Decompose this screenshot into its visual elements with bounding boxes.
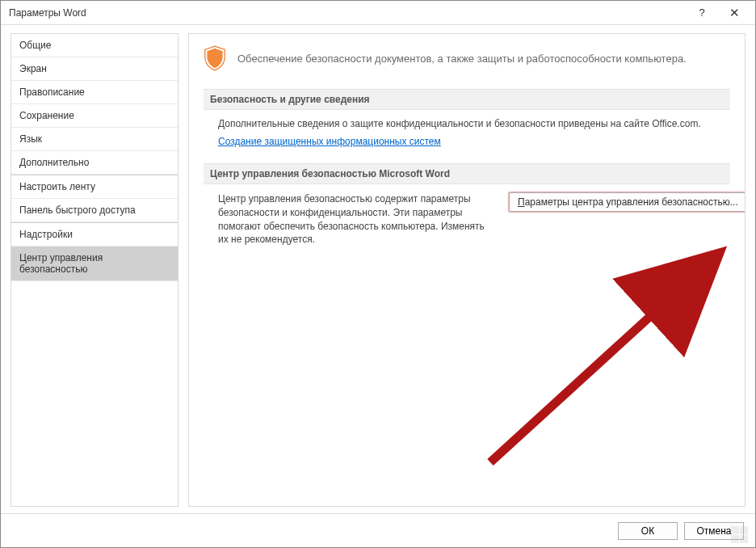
trust-button-accel: П: [518, 196, 525, 208]
cancel-button[interactable]: Отмена: [684, 522, 744, 540]
sidebar-item-proofing[interactable]: Правописание: [11, 81, 178, 104]
word-options-dialog: Параметры Word ? ✕ Общие Экран Правописа…: [0, 0, 756, 548]
trust-center-settings-button[interactable]: Параметры центра управления безопасность…: [509, 192, 746, 212]
dialog-body: Общие Экран Правописание Сохранение Язык…: [1, 25, 755, 513]
ok-button[interactable]: ОК: [618, 522, 678, 540]
section-security-header: Безопасность и другие сведения: [204, 89, 730, 110]
shield-icon: [204, 45, 226, 71]
sidebar-item-display[interactable]: Экран: [11, 57, 178, 81]
security-link[interactable]: Создание защищенных информационных систе…: [218, 136, 441, 147]
sidebar-item-advanced[interactable]: Дополнительно: [11, 151, 178, 175]
sidebar-item-language[interactable]: Язык: [11, 128, 178, 151]
window-title: Параметры Word: [9, 7, 686, 19]
trust-center-description: Центр управления безопасностью содержит …: [218, 192, 493, 247]
intro-text: Обеспечение безопасности документов, а т…: [237, 53, 687, 65]
sidebar-item-general[interactable]: Общие: [11, 34, 178, 57]
dialog-footer: ОК Отмена: [1, 513, 755, 547]
section-security-body: Дополнительные сведения о защите конфиде…: [204, 110, 730, 158]
annotation-arrow: [446, 220, 746, 487]
sidebar-item-quick-access[interactable]: Панель быстрого доступа: [11, 199, 178, 222]
svg-line-0: [490, 252, 720, 462]
help-button[interactable]: ?: [686, 2, 718, 24]
sidebar: Общие Экран Правописание Сохранение Язык…: [10, 33, 178, 507]
section-trust-header: Центр управления безопасностью Microsoft…: [204, 163, 730, 184]
sidebar-item-save[interactable]: Сохранение: [11, 104, 178, 128]
titlebar: Параметры Word ? ✕: [1, 1, 755, 25]
sidebar-item-addins[interactable]: Надстройки: [11, 223, 178, 247]
sidebar-item-customize-ribbon[interactable]: Настроить ленту: [11, 175, 178, 199]
content-pane: Обеспечение безопасности документов, а т…: [188, 33, 746, 507]
close-button[interactable]: ✕: [718, 2, 750, 24]
trust-button-label: араметры центра управления безопасностью…: [525, 196, 738, 208]
security-info-text: Дополнительные сведения о защите конфиде…: [218, 118, 722, 129]
section-trust-body: Центр управления безопасностью содержит …: [204, 184, 730, 258]
sidebar-item-trust-center[interactable]: Центр управления безопасностью: [11, 247, 178, 281]
intro-row: Обеспечение безопасности документов, а т…: [204, 45, 730, 84]
